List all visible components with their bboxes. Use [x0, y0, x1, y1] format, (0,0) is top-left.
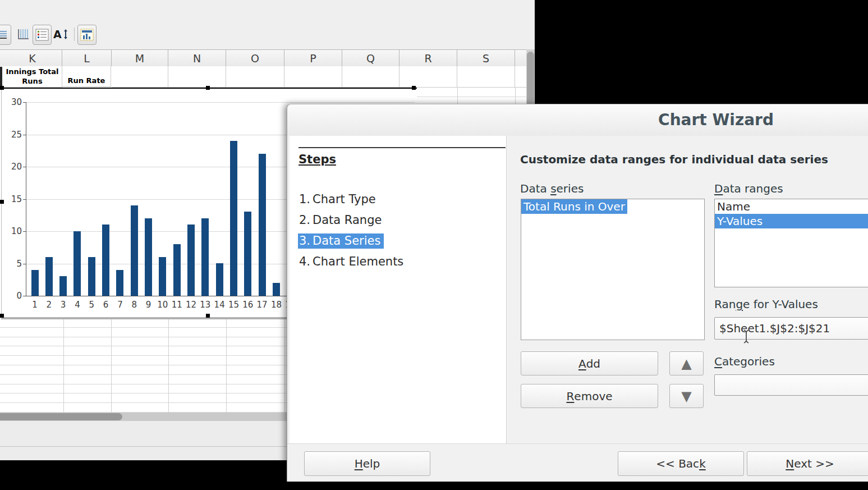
row1-cell-P[interactable]: [284, 66, 342, 88]
data-table-icon[interactable]: [77, 25, 97, 45]
gridline: [111, 318, 112, 413]
left-edge-sliver: [0, 67, 2, 88]
data-range-item-name[interactable]: Name: [715, 199, 868, 214]
x-axis-label: 2: [42, 300, 56, 310]
column-header-P[interactable]: P: [284, 50, 342, 67]
column-header-N[interactable]: N: [168, 50, 226, 67]
bar-over-3: [59, 276, 67, 296]
selection-handle[interactable]: [0, 86, 4, 90]
gridline: [284, 318, 285, 413]
x-axis-label: 5: [84, 300, 99, 310]
bar-over-7: [116, 270, 123, 296]
step-number: 4.: [299, 255, 310, 268]
bar-over-18: [273, 283, 280, 296]
down-arrow-icon: ▼: [681, 390, 691, 403]
column-header-Q[interactable]: Q: [342, 50, 399, 67]
bar-over-4: [74, 231, 81, 296]
move-up-button[interactable]: ▲: [669, 351, 704, 375]
gridline: [416, 97, 526, 97]
row1-cell-O[interactable]: [226, 66, 284, 88]
column-header-L[interactable]: L: [62, 50, 112, 67]
x-axis-label: 18: [269, 300, 283, 310]
range-for-y-values-input[interactable]: [714, 317, 868, 340]
x-axis-label: 16: [241, 300, 255, 310]
step-number: 2.: [299, 213, 310, 227]
column-header-R[interactable]: R: [399, 50, 457, 67]
vertical-grids-icon[interactable]: [15, 25, 33, 44]
selection-handle[interactable]: [206, 314, 210, 318]
x-axis-label: 8: [127, 300, 141, 310]
selection-handle[interactable]: [0, 200, 4, 204]
h-scrollbar-thumb[interactable]: [0, 413, 122, 420]
row1-cell-Q[interactable]: [342, 66, 399, 88]
chart-toolbar: A: [0, 25, 535, 46]
bar-over-16: [244, 212, 251, 296]
bar-over-13: [201, 218, 209, 296]
categories-input[interactable]: [714, 374, 868, 396]
row1-cell-K[interactable]: Innings Total Runs: [3, 66, 62, 88]
vertical-grids-glyph: [17, 28, 30, 40]
data-series-item[interactable]: Total Runs in Over: [521, 199, 627, 214]
selection-handle[interactable]: [412, 86, 416, 90]
x-axis-label: 3: [56, 300, 71, 310]
horizontal-grids-icon[interactable]: [0, 25, 11, 45]
selection-handle[interactable]: [0, 314, 4, 318]
gridline: [226, 318, 227, 413]
move-down-button[interactable]: ▼: [669, 384, 704, 408]
text-cursor-pointer: [742, 329, 750, 344]
x-axis-label: 10: [155, 300, 170, 310]
column-headers: KLMNOPQRS: [0, 49, 532, 67]
data-table-glyph: [80, 28, 94, 42]
remove-button[interactable]: Remove: [521, 384, 658, 408]
column-header-S[interactable]: S: [457, 50, 515, 67]
bar-over-14: [216, 263, 223, 296]
back-button[interactable]: << Back: [618, 451, 744, 476]
up-arrow-icon: ▲: [681, 357, 691, 370]
gridline: [168, 318, 169, 413]
bar-over-15: [230, 141, 237, 296]
legend-toggle-icon[interactable]: [33, 25, 52, 45]
x-axis-label: 13: [198, 300, 213, 310]
data-ranges-listbox[interactable]: NameY-Values: [714, 199, 868, 287]
next-button[interactable]: Next >>: [747, 451, 868, 476]
row1-cell-R[interactable]: [399, 66, 457, 88]
step-number: 1.: [299, 193, 310, 206]
steps-list: 1.Chart Type2.Data Range3.Data Series4.C…: [298, 189, 500, 272]
row1-cell-N[interactable]: [168, 66, 226, 88]
step-item-chart-type[interactable]: 1.Chart Type: [298, 189, 500, 210]
svg-text:A: A: [53, 28, 62, 40]
sheet-row-1: Innings Total RunsRun Rate: [0, 66, 532, 88]
selection-handle[interactable]: [206, 86, 210, 90]
bar-over-17: [259, 154, 266, 296]
add-button[interactable]: Add: [521, 351, 658, 375]
y-axis-label: 0: [4, 291, 22, 301]
help-button[interactable]: Help: [304, 451, 430, 476]
row1-cell-S[interactable]: [457, 66, 515, 88]
column-header-K[interactable]: K: [3, 50, 62, 67]
bar-over-5: [88, 257, 95, 296]
steps-panel: Steps 1.Chart Type2.Data Range3.Data Ser…: [290, 136, 507, 444]
steps-heading: Steps: [298, 153, 336, 166]
step-label: Data Range: [313, 213, 382, 227]
gridline: [63, 318, 64, 413]
step-label: Data Series: [313, 234, 380, 248]
legend-glyph: [35, 28, 49, 42]
y-axis-label: 5: [4, 259, 22, 269]
bar-over-9: [145, 218, 152, 296]
column-header-O[interactable]: O: [226, 50, 284, 67]
y-gridline: [26, 102, 415, 103]
range-for-y-values-label: Range for Y-Values: [714, 297, 818, 311]
step-item-data-series[interactable]: 3.Data Series: [298, 231, 500, 251]
data-range-item-y-values[interactable]: Y-Values: [715, 214, 868, 228]
column-header-M[interactable]: M: [112, 50, 168, 67]
step-item-chart-elements[interactable]: 4.Chart Elements: [298, 251, 500, 272]
row1-cell-L[interactable]: Run Rate: [62, 66, 111, 87]
scale-text-icon[interactable]: A: [52, 25, 71, 44]
step-item-data-range[interactable]: 2.Data Range: [298, 210, 500, 231]
toolbar-separator: [74, 28, 75, 41]
row1-cell-M[interactable]: [112, 66, 168, 88]
bar-over-11: [173, 244, 181, 296]
x-axis-label: 11: [169, 300, 184, 310]
data-series-listbox[interactable]: Total Runs in Over: [521, 199, 705, 340]
x-axis-label: 7: [113, 300, 127, 310]
